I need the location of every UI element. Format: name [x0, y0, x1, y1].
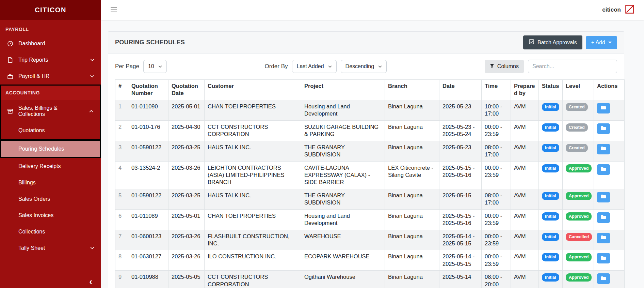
customer-cell: ILO CONSTRUCTION INC.	[205, 250, 301, 271]
branch-cell: Binan Laguna	[385, 189, 439, 209]
quotation-number-cell: 01-0590122	[128, 141, 168, 161]
table-row: 3 01-0590122 2025-03-25 HAUS TALK INC. T…	[115, 141, 625, 161]
time-cell: 08:00 - 17:00	[482, 141, 511, 161]
time-cell: 10:00 - 17:00	[482, 100, 511, 120]
columns-button[interactable]: Columns	[485, 60, 524, 73]
menu-toggle-icon[interactable]	[111, 6, 117, 14]
sidebar-item-sales-invoices[interactable]: Sales Invoices	[0, 207, 101, 224]
status-cell: Initial	[539, 189, 563, 209]
app-root: CITICON PAYROLL Dashboard Trip Reports P…	[0, 0, 644, 288]
sidebar-item-collections[interactable]: Collections	[0, 224, 101, 240]
sidebar-item-payroll-hr[interactable]: Payroll & HR	[0, 68, 101, 85]
sidebar-item-sales-orders[interactable]: Sales Orders	[0, 191, 101, 207]
order-by-select[interactable]: Last Added	[292, 60, 337, 73]
sidebar-item-sales-billings-collections[interactable]: Sales, Billings & Collections	[1, 100, 100, 122]
level-cell: Created	[563, 141, 594, 161]
pouring-schedules-card: POURING SCHEDULES Batch Approvals + Add	[108, 31, 624, 288]
add-button[interactable]: + Add	[586, 36, 617, 49]
status-cell: Initial	[539, 250, 563, 271]
sidebar-brand: CITICON	[0, 0, 101, 20]
time-cell: 00:00 - 23:59	[482, 230, 511, 250]
quotation-number-cell: 03-13524-2	[128, 161, 168, 189]
actions-cell	[594, 161, 625, 189]
project-cell: Housing and Land Development	[301, 209, 385, 230]
customer-cell: FLASHBUILT CONSTRUCTION, INC.	[205, 230, 301, 250]
order-direction-select[interactable]: Descending	[341, 60, 387, 73]
time-cell: 08:00 - 20:00	[482, 271, 511, 288]
quotation-number-cell: 01-011089	[128, 209, 168, 230]
sidebar-item-quotations[interactable]: Quotations	[1, 122, 100, 139]
quotation-number-cell: 01-0600123	[128, 230, 168, 250]
table-body: 1 01-011090 2025-05-01 CHAN TOEI PROPERT…	[115, 100, 625, 288]
status-cell: Initial	[539, 100, 563, 120]
project-cell: Ogithani Warehouse	[301, 271, 385, 288]
status-badge: Initial	[542, 103, 559, 111]
chevron-down-icon	[328, 65, 332, 68]
level-cell: Approved	[563, 161, 594, 189]
open-record-button[interactable]	[597, 253, 610, 263]
per-page-label: Per Page	[115, 63, 139, 70]
branch-cell: Binan Laguna	[385, 120, 439, 141]
sidebar-item-trip-reports[interactable]: Trip Reports	[0, 52, 101, 68]
quotation-date-cell: 2025-03-25	[168, 141, 205, 161]
open-record-button[interactable]	[597, 233, 610, 243]
row-number-cell: 5	[115, 189, 128, 209]
row-number-cell: 4	[115, 161, 128, 189]
open-record-button[interactable]	[597, 144, 610, 154]
gauge-icon	[7, 41, 14, 47]
time-cell: 08:00 - 17:00	[482, 189, 511, 209]
customer-cell: LEIGHTON CONTRACTORS (ASIA) LIMITED-PHIL…	[205, 161, 301, 189]
chevron-down-icon	[378, 65, 382, 68]
caret-down-icon	[608, 42, 612, 43]
folder-icon	[601, 105, 606, 111]
status-cell: Initial	[539, 209, 563, 230]
search-input[interactable]	[528, 60, 617, 73]
actions-cell	[594, 141, 625, 161]
per-page-group: Per Page 10	[115, 60, 167, 73]
open-record-button[interactable]	[597, 273, 610, 284]
batch-approvals-button[interactable]: Batch Approvals	[523, 35, 582, 49]
per-page-select[interactable]: 10	[143, 60, 167, 73]
row-number-cell: 9	[115, 271, 128, 288]
funnel-icon	[490, 63, 494, 70]
section-label-payroll: PAYROLL	[0, 20, 101, 35]
order-by-label: Order By	[264, 63, 288, 70]
sidebar-item-label: Sales, Billings & Collections	[18, 105, 84, 117]
prepared-by-cell: AVM	[511, 120, 539, 141]
time-cell: 00:00 - 23:59	[482, 161, 511, 189]
prepared-by-cell: AVM	[511, 161, 539, 189]
table-row: 7 01-0600123 2025-03-26 FLASHBUILT CONST…	[115, 230, 625, 250]
actions-cell	[594, 271, 625, 288]
collapse-sidebar-icon[interactable]: ‹	[89, 277, 92, 286]
table-row: 4 03-13524-2 2025-03-26 LEIGHTON CONTRAC…	[115, 161, 625, 189]
branch-cell: Binan Laguna	[385, 100, 439, 120]
prepared-by-cell: AVM	[511, 209, 539, 230]
date-cell: 2025-05-23	[439, 141, 482, 161]
col-header-actions: Actions	[594, 80, 625, 100]
sidebar-item-tally-sheet[interactable]: Tally Sheet	[0, 240, 101, 256]
customer-cell: CCT CONSTRUCTORS CORPORATION	[205, 120, 301, 141]
level-badge: Approved	[566, 253, 592, 261]
order-by-group: Order By Last Added Descending	[264, 60, 387, 73]
folder-icon	[601, 256, 606, 261]
open-record-button[interactable]	[597, 103, 610, 113]
actions-cell	[594, 230, 625, 250]
sidebar-item-delivery-receipts[interactable]: Delivery Receipts	[0, 158, 101, 175]
actions-cell	[594, 250, 625, 271]
quotation-date-cell: 2025-03-26	[168, 250, 205, 271]
customer-cell: CHAN TOEI PROPERTIES	[205, 100, 301, 120]
prepared-by-cell: AVM	[511, 189, 539, 209]
sidebar-item-billings[interactable]: Billings	[0, 175, 101, 191]
open-record-button[interactable]	[597, 164, 610, 175]
open-record-button[interactable]	[597, 192, 610, 202]
sidebar-item-dashboard[interactable]: Dashboard	[0, 35, 101, 52]
level-cell: Approved	[563, 209, 594, 230]
quotation-number-cell: 01-011090	[128, 100, 168, 120]
open-record-button[interactable]	[597, 123, 610, 134]
quotation-date-cell: 2025-04-30	[168, 120, 205, 141]
status-badge: Initial	[542, 123, 559, 132]
open-record-button[interactable]	[597, 212, 610, 223]
table-row: 5 01-0590122 2025-03-25 HAUS TALK INC. T…	[115, 189, 625, 209]
status-cell: Initial	[539, 120, 563, 141]
sidebar-item-pouring-schedules[interactable]: Pouring Schedules	[1, 141, 100, 157]
